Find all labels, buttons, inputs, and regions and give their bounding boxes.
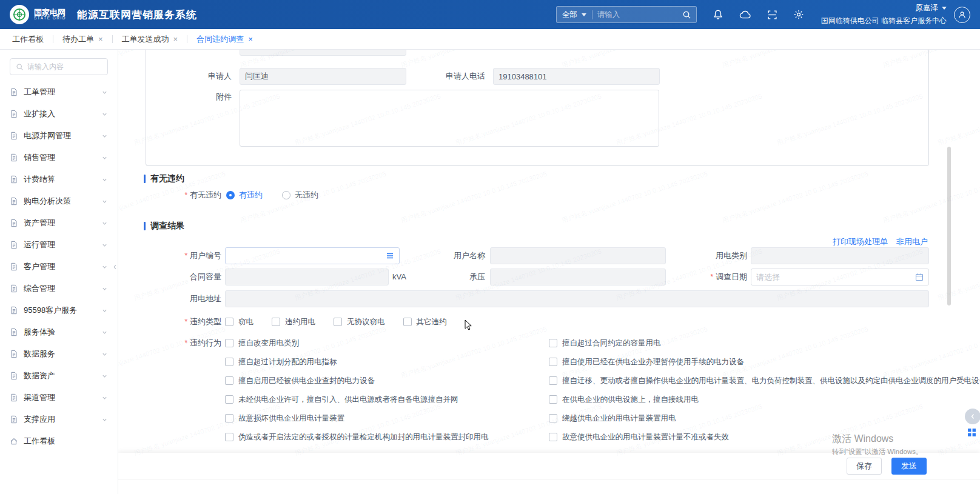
document-icon: [10, 306, 18, 315]
tab-order-sent[interactable]: 工单发送成功: [122, 34, 178, 45]
chevron-down-icon: [101, 351, 108, 358]
search-icon[interactable]: [682, 10, 691, 19]
sidebar-item-channel-mgmt[interactable]: 渠道管理: [0, 387, 118, 409]
sidebar-item-label: 服务体验: [24, 327, 55, 338]
radio-has-breach[interactable]: 有违约: [226, 190, 263, 201]
document-icon: [10, 88, 18, 96]
global-search: 全部: [556, 6, 697, 23]
behavior-checkbox-left-1[interactable]: 擅自改变用电类别: [225, 337, 299, 349]
behavior-checkbox-left-5[interactable]: 故意损坏供电企业用电计量装置: [225, 412, 344, 424]
behavior-checkbox-right-4[interactable]: 在供电企业的供电设施上，擅自接线用电: [549, 393, 699, 406]
behavior-checkbox-left-3[interactable]: 擅自启用已经被供电企业查封的电力设备: [225, 375, 375, 387]
scan-icon[interactable]: [767, 10, 777, 20]
applicant-phone-input[interactable]: [498, 72, 654, 81]
sidebar-item-data-asset[interactable]: 数据资产: [0, 365, 118, 387]
avatar[interactable]: [954, 7, 970, 23]
behavior-checkbox-right-5[interactable]: 绕越供电企业的用电计量装置用电: [549, 412, 676, 424]
checkbox-label: 故意损坏供电企业用电计量装置: [238, 413, 344, 424]
app-title: 能源互联网营销服务系统: [77, 8, 197, 22]
cloud-icon[interactable]: [739, 10, 751, 19]
close-icon[interactable]: [173, 35, 178, 43]
type-checkbox-breach-use[interactable]: 违约用电: [272, 316, 315, 328]
tab-divider: [112, 35, 113, 43]
sidebar-item-label: 数据服务: [24, 349, 55, 359]
applicant-input[interactable]: [245, 72, 401, 81]
checkbox-label: 在供电企业的供电设施上，擅自接线用电: [562, 395, 699, 405]
type-checkbox-steal-power[interactable]: 窃电: [225, 316, 253, 328]
sidebar-item-sales-mgmt[interactable]: 销售管理: [0, 147, 118, 169]
sidebar-item-grid-connection[interactable]: 电源并网管理: [0, 125, 118, 147]
voltage-field: [490, 269, 666, 285]
sidebar-item-general-mgmt[interactable]: 综合管理: [0, 278, 118, 299]
checkbox-icon: [225, 395, 233, 404]
sidebar-item-data-service[interactable]: 数据服务: [0, 343, 118, 365]
applicant-field: [240, 68, 406, 85]
radio-label: 无违约: [295, 190, 318, 201]
tab-work-board[interactable]: 工作看板: [12, 34, 44, 45]
bell-icon[interactable]: [713, 9, 723, 20]
sidebar-search: [10, 58, 108, 75]
chevron-down-icon: [101, 395, 108, 401]
capacity-input[interactable]: [230, 273, 383, 282]
cropped-top-field: [240, 50, 406, 56]
sidebar-item-service-experience[interactable]: 服务体验: [0, 321, 118, 343]
sidebar-item-operation-mgmt[interactable]: 运行管理: [0, 234, 118, 256]
calendar-icon[interactable]: [915, 273, 924, 281]
checkbox-icon: [272, 318, 280, 326]
capacity-label: 合同容量: [161, 269, 221, 285]
sidebar-item-95598-service[interactable]: 95598客户服务: [0, 299, 118, 321]
panel-toggle-button[interactable]: [965, 409, 980, 424]
power-type-input[interactable]: [756, 252, 924, 261]
print-scene-form-link[interactable]: 打印现场处理单: [833, 236, 888, 248]
behavior-checkbox-left-6[interactable]: 伪造或者开启法定的或者授权的计量检定机构加封的用电计量装置封印用电: [225, 431, 489, 443]
address-input[interactable]: [230, 295, 924, 304]
sidebar-item-work-order-mgmt[interactable]: 工单管理: [0, 81, 118, 103]
behavior-checkbox-right-3[interactable]: 擅自迁移、更动或者擅自操作供电企业的用电计量装置、电力负荷控制装置、供电设施以及…: [549, 375, 980, 387]
behavior-checkbox-right-6[interactable]: 故意使供电企业的用电计量装置计量不准或者失效: [549, 431, 729, 443]
search-category-select[interactable]: 全部: [557, 10, 592, 20]
gear-icon[interactable]: [793, 9, 804, 20]
document-icon: [10, 153, 18, 162]
sidebar-item-customer-mgmt[interactable]: 客户管理: [0, 256, 118, 278]
user-menu[interactable]: 原嘉泽: [916, 3, 947, 13]
checkbox-icon: [225, 358, 233, 366]
sidebar-search-input[interactable]: [27, 62, 102, 71]
tab-contract-breach-survey[interactable]: 合同违约调查: [196, 34, 253, 45]
sidebar-item-asset-mgmt[interactable]: 资产管理: [0, 212, 118, 234]
global-search-input[interactable]: [592, 10, 682, 19]
non-power-user-link[interactable]: 非用电户: [896, 236, 928, 248]
sidebar-item-label: 综合管理: [24, 283, 55, 294]
tab-todo-orders[interactable]: 待办工单: [62, 34, 103, 45]
close-icon[interactable]: [248, 35, 253, 43]
behavior-checkbox-right-2[interactable]: 擅自使用已经在供电企业办理暂停使用手续的电力设备: [549, 356, 744, 368]
behavior-checkbox-right-1[interactable]: 擅自超过合同约定的容量用电: [549, 337, 661, 349]
close-icon[interactable]: [98, 35, 103, 43]
sidebar-item-work-board-home[interactable]: 工作看板: [0, 430, 118, 452]
grid-widget-icon[interactable]: [967, 428, 976, 437]
sidebar-item-purchase-analysis[interactable]: 购电分析决策: [0, 190, 118, 212]
save-button[interactable]: 保存: [847, 458, 882, 475]
checkbox-icon: [225, 318, 233, 326]
voltage-input[interactable]: [495, 273, 660, 282]
document-icon: [10, 393, 18, 402]
type-checkbox-other[interactable]: 其它违约: [403, 316, 447, 328]
sidebar-collapse-handle[interactable]: [110, 255, 119, 279]
sidebar-item-expansion-access[interactable]: 业扩接入: [0, 103, 118, 125]
type-checkbox-no-agreement[interactable]: 无协议窃电: [334, 316, 385, 328]
cropped-top-input[interactable]: [245, 50, 401, 52]
power-type-field: [751, 247, 929, 264]
user-no-input[interactable]: [230, 252, 382, 261]
list-picker-icon[interactable]: [386, 252, 394, 260]
behavior-checkbox-left-4[interactable]: 未经供电企业许可，擅自引入、供出电源或者将自备电源擅自并网: [225, 393, 458, 406]
radio-no-breach[interactable]: 无违约: [282, 190, 318, 201]
survey-date-input[interactable]: [756, 273, 911, 282]
search-category-value: 全部: [562, 10, 577, 20]
behavior-checkbox-left-2[interactable]: 擅自超过计划分配的用电指标: [225, 356, 337, 368]
user-name-input[interactable]: [495, 252, 660, 261]
sidebar-item-billing[interactable]: 计费结算: [0, 169, 118, 190]
vertical-scrollbar[interactable]: [947, 147, 951, 305]
home-icon: [10, 437, 18, 446]
sidebar-item-support-apps[interactable]: 支撑应用: [0, 409, 118, 430]
attachment-box[interactable]: [240, 90, 659, 147]
send-button[interactable]: 发送: [891, 458, 927, 475]
